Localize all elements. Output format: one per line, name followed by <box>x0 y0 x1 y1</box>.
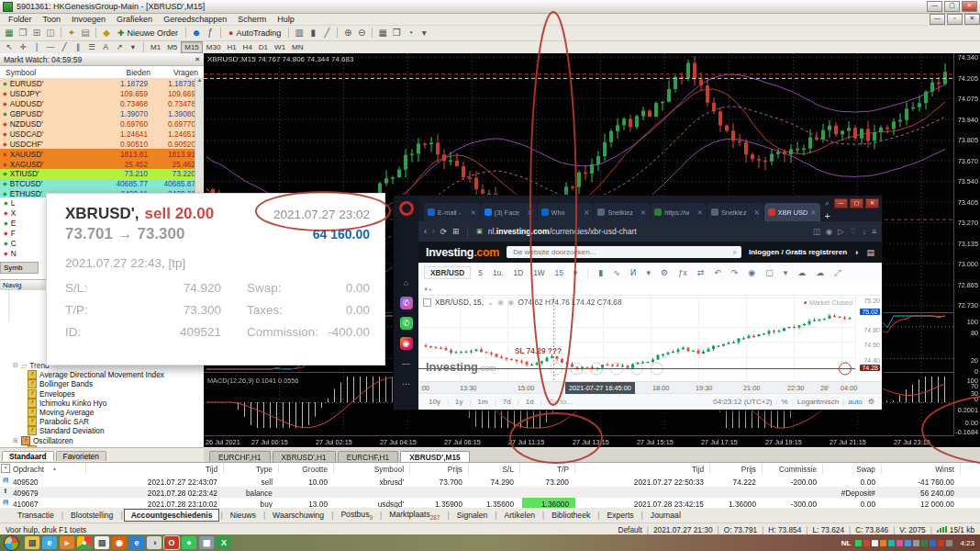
investing-chart[interactable]: XBR/USD, 15, ⌄ ◉ ◉ O74.62 H74.76 L74.42 … <box>418 295 882 382</box>
menu-item-invoegen[interactable]: Invoegen <box>67 15 110 24</box>
terminal-tab-blootstelling[interactable]: Blootstelling <box>64 510 119 521</box>
camera-icon[interactable]: ◉ <box>745 268 758 277</box>
timeframe-m30[interactable]: M30 <box>204 42 224 52</box>
notifications-bell-icon[interactable]: ◗ <box>854 248 859 257</box>
terminal-tab-journaal[interactable]: Journaal <box>644 510 687 521</box>
undo-icon[interactable]: ↶ <box>711 268 724 277</box>
column-bieden[interactable]: Bieden <box>97 68 150 77</box>
home-icon[interactable]: ⌂ <box>400 276 413 289</box>
browser-tab[interactable]: Who✕ <box>538 203 594 221</box>
terminal-cell[interactable]: 0.00 <box>824 478 875 487</box>
timeframe-m15[interactable]: M15 <box>181 41 203 53</box>
terminal-column-3[interactable]: Grootte <box>280 465 328 474</box>
zoom-out-icon[interactable]: ⊖ <box>355 27 368 39</box>
browser-tab[interactable]: https://w✕ <box>651 203 707 221</box>
back-icon[interactable]: ‹ <box>424 227 427 236</box>
bar-chart-icon[interactable]: ▥ <box>293 27 306 39</box>
interval-1D[interactable]: 1D <box>511 268 527 277</box>
send-to-device-icon[interactable]: ▷ <box>838 227 844 236</box>
terminal-tab-artikelen[interactable]: Artikelen <box>498 510 541 521</box>
messenger-icon[interactable]: ✆ <box>400 297 413 309</box>
timeframe-h1[interactable]: H1 <box>224 42 239 52</box>
fibonacci-icon[interactable]: ☰ <box>85 41 98 53</box>
investing-logo[interactable]: Investing.com <box>426 246 499 259</box>
terminal-cell[interactable]: 2021.07.27 22:43:07 <box>87 478 217 487</box>
start-button[interactable] <box>4 535 19 551</box>
tab-close-icon[interactable]: ✕ <box>810 208 816 217</box>
timeframe-w1[interactable]: W1 <box>272 42 288 52</box>
more-icon[interactable]: ⋯ <box>400 377 413 390</box>
terminal-column-7[interactable]: T/P <box>521 465 569 474</box>
market-watch-row-clipped[interactable]: ◆F <box>0 228 46 238</box>
chart-restore-button[interactable]: ▫ <box>947 14 963 25</box>
browser-tab[interactable]: E-mail -✕ <box>424 203 480 221</box>
forward-icon[interactable]: › <box>432 227 435 236</box>
auto-scale-button[interactable]: auto <box>848 398 863 406</box>
taskbar-icon-media-player[interactable]: ▸ <box>60 536 74 549</box>
expert-advisors-icon[interactable]: ☻ <box>190 27 203 39</box>
terminal-column-12[interactable]: Winst <box>883 465 954 474</box>
market-watch-row[interactable]: ◆XAUUSD'1813.811813.91 <box>0 149 204 159</box>
new-chart-icon[interactable]: ▦ <box>3 27 16 39</box>
bookmark-heart-icon[interactable]: ♡ <box>850 227 857 236</box>
terminal-column-1[interactable]: Tijd <box>87 465 217 474</box>
column-symbool[interactable]: Symbool <box>0 68 97 77</box>
navigator-item[interactable]: fMoving Average <box>0 408 204 417</box>
crosshair-icon[interactable]: ✛ <box>17 41 29 53</box>
terminal-column-2[interactable]: Type <box>225 465 273 474</box>
line-chart-icon[interactable]: ╱ <box>320 27 333 39</box>
taskbar-icon-chrome[interactable]: ● <box>77 536 92 549</box>
period-icon[interactable]: ◔ <box>404 27 417 39</box>
navigator-item[interactable]: fBollinger Bands <box>0 379 204 388</box>
cloud-icon[interactable]: ☁ <box>795 268 808 277</box>
opera-logo-icon[interactable] <box>399 201 414 216</box>
text-icon[interactable]: A <box>99 41 112 53</box>
market-watch-row[interactable]: ◆GBPUSD'1.390701.39080 <box>0 109 204 119</box>
cascade-windows-icon[interactable]: ❐ <box>390 27 403 39</box>
range-1d[interactable]: 1d <box>523 398 537 406</box>
search-icon[interactable]: ⌕ <box>732 248 736 257</box>
terminal-cell[interactable]: -41 760.00 <box>883 478 954 487</box>
tray-icon-3[interactable] <box>880 540 886 546</box>
timeframe-mn[interactable]: MN <box>289 42 306 52</box>
tab-close-icon[interactable]: ✕ <box>471 208 476 217</box>
market-watch-row-clipped[interactable]: ◆X <box>0 208 46 218</box>
taskbar-icon-paint[interactable]: ◑ <box>147 536 161 549</box>
search-tabs-icon[interactable]: ⌕ <box>825 198 830 208</box>
settings-gear-icon[interactable]: ⚙ <box>658 268 671 277</box>
navigator-item[interactable]: fEnvelopes <box>0 389 204 399</box>
legend-caret-icon[interactable]: ⌄ <box>487 298 494 307</box>
terminal-tab-transactie[interactable]: Transactie <box>11 510 61 521</box>
navigator-item[interactable]: fIchimoku Kinko Hyo <box>0 399 204 408</box>
market-watch-icon[interactable]: ⊞ <box>30 27 43 39</box>
interval-1W[interactable]: 1W <box>530 268 547 277</box>
tab-close-icon[interactable]: ✕ <box>640 208 646 217</box>
terminal-column-6[interactable]: S/L <box>470 465 514 474</box>
tray-icon-6[interactable] <box>905 540 911 546</box>
market-watch-row-clipped[interactable]: ◆L <box>0 197 46 208</box>
indicators-icon[interactable]: ◆ <box>100 27 113 39</box>
terminal-column-5[interactable]: Prijs <box>411 465 462 474</box>
redo-icon[interactable]: ↷ <box>729 268 741 277</box>
tab-close-icon[interactable]: ✕ <box>527 208 532 217</box>
legend-checkbox[interactable] <box>423 298 431 307</box>
maximize-button[interactable]: ▢ <box>944 1 960 12</box>
chart-minimize-button[interactable]: — <box>930 14 945 25</box>
menu-item-gereedschappen[interactable]: Gereedschappen <box>159 15 231 24</box>
market-watch-scrollbar[interactable]: ▲ <box>195 77 204 197</box>
compare-icon[interactable]: ⇄ <box>695 268 707 277</box>
tab-close-icon[interactable]: ✕ <box>754 208 760 217</box>
navigator-tab-standaard[interactable]: Standaard <box>2 451 54 461</box>
easy-setup-icon[interactable]: ≡ <box>872 227 876 236</box>
navigator-tab-favorieten[interactable]: Favorieten <box>56 451 106 461</box>
menu-item-toon[interactable]: Toon <box>39 15 66 24</box>
market-watch-row[interactable]: ◆USDJPY'109.659109.669 <box>0 89 204 99</box>
interval-1u[interactable]: 1u. <box>490 268 507 277</box>
tray-icon-5[interactable] <box>896 540 903 546</box>
range-10y[interactable]: 10y <box>426 398 443 406</box>
vpn-icon[interactable]: ◉ <box>826 227 833 236</box>
terminal-tab-marktplaats[interactable]: Marktplaats287 <box>383 509 446 522</box>
tray-icon-2[interactable] <box>872 540 878 546</box>
interval-5[interactable]: 5 <box>475 268 485 277</box>
snapshot-icon[interactable]: ◫ <box>813 227 820 236</box>
